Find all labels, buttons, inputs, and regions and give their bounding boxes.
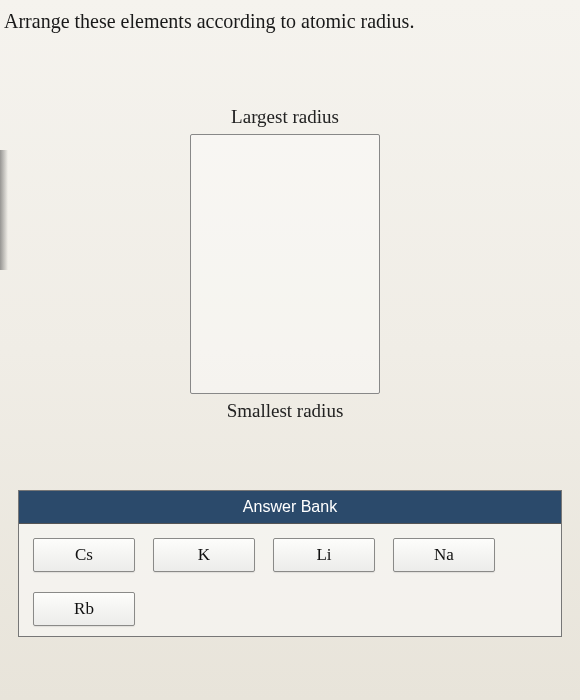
smallest-radius-label: Smallest radius (180, 400, 390, 422)
answer-bank-header: Answer Bank (19, 491, 561, 524)
element-tile-rb[interactable]: Rb (33, 592, 135, 626)
ordering-drop-zone[interactable] (190, 134, 380, 394)
question-prompt: Arrange these elements according to atom… (0, 0, 580, 33)
largest-radius-label: Largest radius (180, 106, 390, 128)
element-tile-cs[interactable]: Cs (33, 538, 135, 572)
element-tile-li[interactable]: Li (273, 538, 375, 572)
arrange-area: Largest radius Smallest radius (180, 100, 390, 428)
page-shadow-edge (0, 150, 8, 270)
element-tile-k[interactable]: K (153, 538, 255, 572)
answer-bank-body: Cs K Li Na Rb (19, 524, 561, 636)
answer-bank: Answer Bank Cs K Li Na Rb (18, 490, 562, 637)
element-tile-na[interactable]: Na (393, 538, 495, 572)
